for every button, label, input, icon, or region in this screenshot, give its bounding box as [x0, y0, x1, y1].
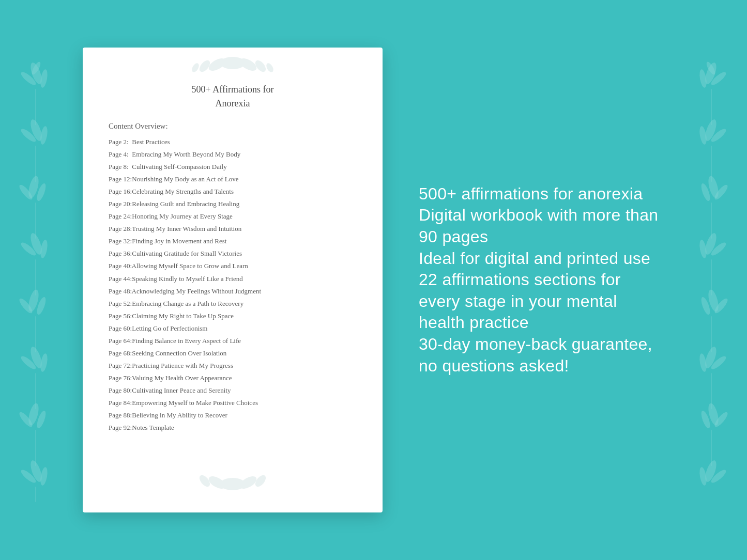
svg-point-73	[232, 58, 234, 60]
toc-item: Page 80: Cultivating Inner Peace and Ser…	[109, 384, 357, 397]
left-floral-border	[0, 0, 72, 560]
svg-rect-31	[35, 430, 36, 466]
toc-item: Page 20: Releasing Guilt and Embracing H…	[109, 198, 357, 210]
svg-rect-26	[35, 146, 36, 182]
toc-item: Page 28: Trusting My Inner Wisdom and In…	[109, 223, 357, 235]
toc-item: Page 52: Embracing Change as a Path to R…	[109, 298, 357, 310]
doc-decoration-top	[83, 48, 383, 79]
toc-item: Page 76: Valuing My Health Over Appearan…	[109, 372, 357, 384]
toc-item: Page 68: Seeking Connection Over Isolati…	[109, 347, 357, 360]
feature-item: 22 affirmations sections for every stage…	[419, 269, 664, 334]
document-title: 500+ Affirmations for Anorexia	[192, 83, 274, 111]
toc-list: Page 2: Best PracticesPage 4: Embracing …	[109, 136, 357, 434]
doc-decoration-bottom	[83, 471, 383, 497]
svg-rect-64	[711, 430, 712, 466]
feature-item: Ideal for digital and printed use	[419, 248, 664, 270]
toc-item: Page 2: Best Practices	[109, 136, 357, 148]
toc-item: Page 24: Honoring My Journey at Every St…	[109, 210, 357, 223]
document-panel: 500+ Affirmations for Anorexia Content O…	[83, 48, 383, 512]
svg-rect-28	[35, 259, 36, 295]
svg-rect-58	[711, 89, 712, 125]
document-body: Content Overview: Page 2: Best Practices…	[83, 122, 383, 434]
svg-rect-61	[711, 259, 712, 295]
toc-item: Page 84: Empowering Myself to Make Posit…	[109, 397, 357, 409]
toc-item: Page 64: Finding Balance in Every Aspect…	[109, 335, 357, 347]
content-overview-label: Content Overview:	[109, 122, 357, 131]
svg-rect-32	[35, 487, 36, 502]
features-panel: 500+ affirmations for anorexiaDigital wo…	[414, 183, 664, 377]
svg-rect-25	[35, 89, 36, 125]
toc-item: Page 12: Nourishing My Body as an Act of…	[109, 173, 357, 185]
svg-rect-29	[35, 316, 36, 352]
svg-point-79	[231, 483, 234, 487]
right-floral-border	[675, 0, 747, 560]
features-list: 500+ affirmations for anorexiaDigital wo…	[419, 183, 664, 377]
svg-rect-30	[35, 373, 36, 409]
toc-item: Page 60: Letting Go of Perfectionism	[109, 322, 357, 335]
svg-rect-63	[711, 373, 712, 409]
svg-point-71	[265, 62, 275, 73]
feature-item: Digital workbook with more than 90 pages	[419, 205, 664, 247]
toc-item: Page 40: Allowing Myself Space to Grow a…	[109, 260, 357, 272]
feature-item: 30-day money-back guarantee, no question…	[419, 334, 664, 377]
toc-item: Page 8: Cultivating Self-Compassion Dail…	[109, 161, 357, 173]
svg-rect-62	[711, 316, 712, 352]
toc-item: Page 56: Claiming My Right to Take Up Sp…	[109, 310, 357, 322]
toc-item: Page 4: Embracing My Worth Beyond My Bod…	[109, 148, 357, 161]
feature-item: 500+ affirmations for anorexia	[419, 183, 664, 205]
toc-item: Page 88: Believing in My Ability to Reco…	[109, 409, 357, 422]
main-content: 500+ Affirmations for Anorexia Content O…	[0, 0, 747, 560]
svg-point-72	[231, 60, 234, 64]
svg-point-70	[191, 62, 201, 73]
toc-item: Page 44: Speaking Kindly to Myself Like …	[109, 273, 357, 285]
toc-item: Page 16: Celebrating My Strengths and Ta…	[109, 185, 357, 198]
toc-item: Page 92: Notes Template	[109, 422, 357, 434]
svg-rect-60	[711, 203, 712, 239]
toc-item: Page 36: Cultivating Gratitude for Small…	[109, 247, 357, 260]
toc-item: Page 32: Finding Joy in Movement and Res…	[109, 235, 357, 247]
toc-item: Page 48: Acknowledging My Feelings Witho…	[109, 285, 357, 298]
svg-rect-27	[35, 203, 36, 239]
toc-item: Page 72: Practicing Patience with My Pro…	[109, 360, 357, 372]
svg-point-80	[232, 488, 234, 490]
svg-rect-59	[711, 146, 712, 182]
